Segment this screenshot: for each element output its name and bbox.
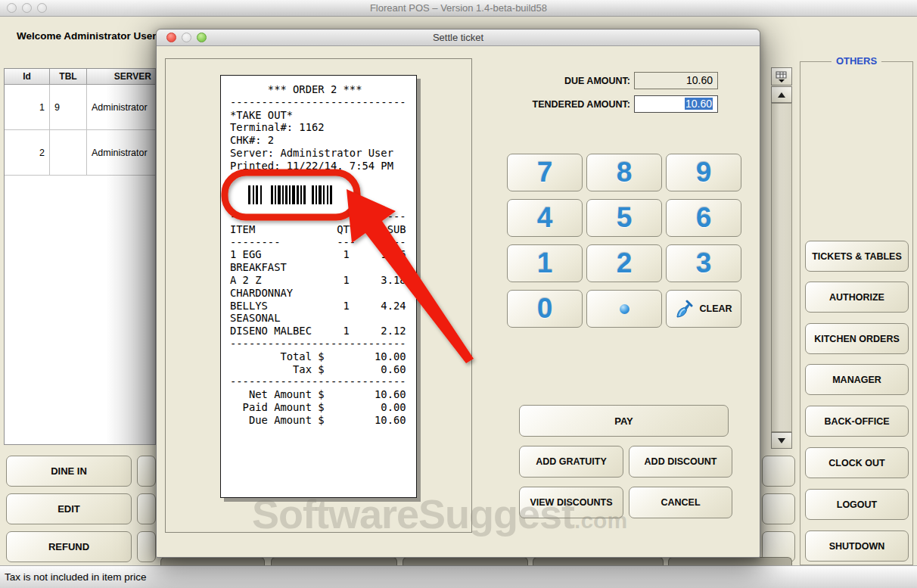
cell-id: 1 — [5, 85, 50, 129]
key-decimal[interactable] — [586, 290, 662, 328]
key-6[interactable]: 6 — [666, 199, 741, 237]
manager-button[interactable]: MANAGER — [805, 364, 909, 395]
add-discount-button[interactable]: ADD DISCOUNT — [629, 446, 732, 478]
receipt-paper: *** ORDER 2 *** ------------------------… — [220, 75, 417, 498]
main-titlebar: Floreant POS – Version 1.4-beta-build58 — [0, 0, 917, 17]
barcode-image — [248, 185, 333, 204]
key-8[interactable]: 8 — [586, 154, 662, 191]
settle-ticket-dialog: Settle ticket *** ORDER 2 *** ----------… — [156, 29, 760, 558]
receipt-body-text: ---------------------------- ITEM QTY SU… — [230, 210, 406, 427]
receipt-header-text: *** ORDER 2 *** ------------------------… — [230, 83, 406, 173]
hidden-button-partial[interactable] — [137, 456, 156, 487]
others-panel: OTHERS TICKETS & TABLES AUTHORIZE KITCHE… — [800, 61, 913, 565]
status-text: Tax is not included in item price — [5, 571, 147, 583]
receipt-preview-panel: *** ORDER 2 *** ------------------------… — [165, 58, 472, 533]
hidden-button-partial[interactable] — [137, 531, 156, 562]
hidden-button-partial — [533, 557, 664, 565]
selected-amount-text: 10.60 — [685, 98, 713, 110]
table-grid-icon — [776, 71, 788, 82]
dine-in-button[interactable]: DINE IN — [6, 456, 132, 487]
main-window-title: Floreant POS – Version 1.4-beta-build58 — [0, 0, 917, 17]
pay-button[interactable]: PAY — [519, 405, 729, 437]
up-arrow-icon — [778, 92, 785, 98]
authorize-button[interactable]: AUTHORIZE — [805, 282, 909, 313]
refund-button[interactable]: REFUND — [6, 531, 132, 562]
edit-button[interactable]: EDIT — [6, 493, 132, 524]
column-header-id[interactable]: Id — [5, 69, 50, 84]
status-bar: Tax is not included in item price — [0, 565, 917, 588]
cell-server: Administrator — [87, 85, 155, 129]
tendered-amount-input[interactable]: 10.60 — [634, 95, 718, 113]
welcome-text: Welcome Administrator User. — [17, 30, 159, 42]
key-7[interactable]: 7 — [507, 154, 583, 191]
due-amount-label: DUE AMOUNT: — [493, 73, 630, 89]
back-office-button[interactable]: BACK-OFFICE — [805, 406, 909, 437]
shutdown-button[interactable]: SHUTDOWN — [805, 530, 909, 562]
clear-button[interactable]: CLEAR — [666, 290, 741, 328]
kitchen-orders-button[interactable]: KITCHEN ORDERS — [805, 323, 909, 354]
due-amount-field: 10.60 — [634, 72, 718, 89]
clear-label: CLEAR — [699, 303, 732, 314]
key-4[interactable]: 4 — [507, 199, 583, 237]
cell-tbl: 9 — [50, 85, 87, 129]
number-pad: 7 8 9 4 5 6 1 2 3 0 CLEAR — [507, 154, 741, 328]
hidden-button-partial[interactable] — [762, 493, 795, 524]
view-discounts-button[interactable]: VIEW DISCOUNTS — [519, 487, 623, 518]
down-arrow-icon — [778, 438, 785, 443]
hidden-button-partial[interactable] — [762, 456, 795, 487]
table-header-row: Id TBL SERVER — [5, 69, 155, 85]
table-row[interactable]: 1 9 Administrator — [5, 85, 155, 130]
key-0[interactable]: 0 — [507, 290, 583, 328]
clock-out-button[interactable]: CLOCK OUT — [805, 447, 909, 478]
tickets-and-tables-button[interactable]: TICKETS & TABLES — [805, 241, 909, 272]
table-column-selector-button[interactable] — [771, 67, 792, 86]
key-3[interactable]: 3 — [666, 244, 741, 282]
cell-id: 2 — [5, 130, 50, 175]
tendered-amount-label: TENDERED AMOUNT: — [493, 97, 630, 112]
open-tickets-table: Id TBL SERVER 1 9 Administrator 2 Admini… — [4, 68, 156, 445]
cancel-button[interactable]: CANCEL — [629, 487, 732, 518]
key-9[interactable]: 9 — [666, 154, 741, 191]
decimal-dot-icon — [620, 304, 629, 314]
cell-tbl — [50, 130, 87, 175]
logout-button[interactable]: LOGOUT — [805, 489, 909, 520]
dialog-titlebar[interactable]: Settle ticket — [157, 30, 760, 46]
broom-icon — [675, 300, 694, 319]
scroll-up-button[interactable] — [771, 86, 792, 103]
hidden-button-partial — [160, 557, 265, 565]
hidden-button-partial — [271, 557, 397, 565]
hidden-button-partial — [668, 557, 792, 565]
hidden-button-partial — [403, 557, 528, 565]
column-header-tbl[interactable]: TBL — [50, 69, 87, 84]
key-5[interactable]: 5 — [586, 199, 662, 237]
dialog-title: Settle ticket — [157, 30, 760, 46]
column-header-server[interactable]: SERVER — [87, 69, 155, 84]
key-2[interactable]: 2 — [586, 244, 662, 282]
others-panel-title: OTHERS — [832, 55, 881, 67]
cell-server: Administrator — [87, 130, 155, 175]
add-gratuity-button[interactable]: ADD GRATUITY — [519, 446, 623, 478]
scroll-down-button[interactable] — [771, 432, 792, 449]
table-row[interactable]: 2 Administrator — [5, 130, 155, 176]
key-1[interactable]: 1 — [507, 244, 583, 282]
vertical-scrollbar-track[interactable] — [771, 103, 792, 432]
hidden-button-partial[interactable] — [137, 493, 156, 524]
